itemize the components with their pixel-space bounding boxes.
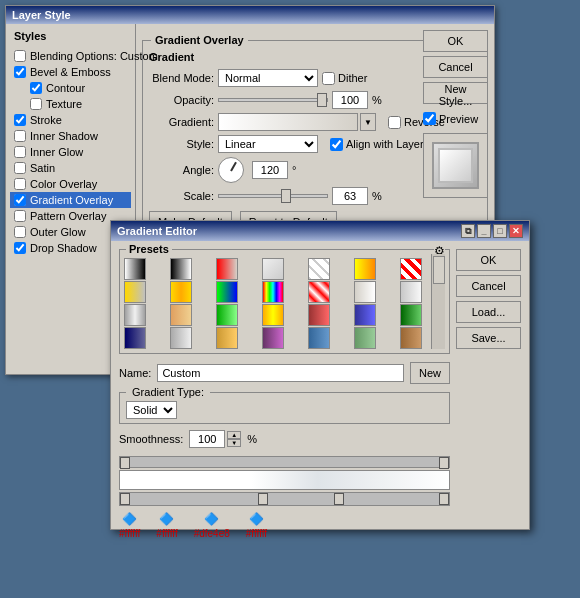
gradient-name-input[interactable] <box>157 364 404 382</box>
preset-25[interactable] <box>262 327 284 349</box>
sidebar-item-gradient-overlay[interactable]: Gradient Overlay <box>10 192 131 208</box>
outer-glow-checkbox[interactable] <box>14 226 26 238</box>
sidebar-item-stroke[interactable]: Stroke <box>10 112 131 128</box>
angle-dial[interactable] <box>218 157 244 183</box>
ge-save-button[interactable]: Save... <box>456 327 521 349</box>
reverse-checkbox[interactable] <box>388 116 401 129</box>
preset-8[interactable] <box>124 281 146 303</box>
preset-17[interactable] <box>216 304 238 326</box>
restore-icon[interactable]: ⧉ <box>461 224 475 238</box>
smoothness-down[interactable]: ▼ <box>227 439 241 447</box>
preset-11[interactable] <box>262 281 284 303</box>
presets-scroll-thumb[interactable] <box>433 256 445 284</box>
preset-4[interactable] <box>262 258 284 280</box>
preset-15[interactable] <box>124 304 146 326</box>
maximize-icon[interactable]: □ <box>493 224 507 238</box>
preset-21[interactable] <box>400 304 422 326</box>
color-stop-3[interactable] <box>334 493 344 505</box>
new-style-button[interactable]: New Style... <box>423 82 488 104</box>
blend-mode-select[interactable]: Normal <box>218 69 318 87</box>
sidebar-item-texture[interactable]: Texture <box>10 96 131 112</box>
dither-checkbox[interactable] <box>322 72 335 85</box>
sidebar-item-satin[interactable]: Satin <box>10 160 131 176</box>
bevel-checkbox[interactable] <box>14 66 26 78</box>
close-icon[interactable]: ✕ <box>509 224 523 238</box>
preset-13[interactable] <box>354 281 376 303</box>
cancel-button[interactable]: Cancel <box>423 56 488 78</box>
preset-24[interactable] <box>216 327 238 349</box>
preset-22[interactable] <box>124 327 146 349</box>
preview-checkbox[interactable] <box>423 112 436 125</box>
ok-button[interactable]: OK <box>423 30 488 52</box>
presets-scrollbar[interactable] <box>431 254 445 349</box>
satin-checkbox[interactable] <box>14 162 26 174</box>
preset-6[interactable] <box>354 258 376 280</box>
sidebar-item-inner-shadow[interactable]: Inner Shadow <box>10 128 131 144</box>
new-gradient-button[interactable]: New <box>410 362 450 384</box>
style-select[interactable]: Linear <box>218 135 318 153</box>
drop-shadow-checkbox[interactable] <box>14 242 26 254</box>
color-swatch-2[interactable]: 🔷 #ffffff <box>156 512 177 539</box>
preview-toggle[interactable]: Preview <box>423 112 488 125</box>
inner-glow-checkbox[interactable] <box>14 146 26 158</box>
inner-shadow-checkbox[interactable] <box>14 130 26 142</box>
color-stops-track[interactable] <box>119 492 450 506</box>
sidebar-item-blending[interactable]: Blending Options: Custom <box>10 48 131 64</box>
preset-18[interactable] <box>262 304 284 326</box>
preset-16[interactable] <box>170 304 192 326</box>
preset-12[interactable] <box>308 281 330 303</box>
minimize-icon[interactable]: _ <box>477 224 491 238</box>
preset-20[interactable] <box>354 304 376 326</box>
color-swatch-1[interactable]: 🔷 #ffffff <box>119 512 140 539</box>
sidebar-item-inner-glow[interactable]: Inner Glow <box>10 144 131 160</box>
sidebar-item-bevel[interactable]: Bevel & Emboss <box>10 64 131 80</box>
ge-load-button[interactable]: Load... <box>456 301 521 323</box>
color-overlay-checkbox[interactable] <box>14 178 26 190</box>
preset-1[interactable] <box>124 258 146 280</box>
preset-28[interactable] <box>400 327 422 349</box>
opacity-stop-right[interactable] <box>439 457 449 469</box>
gradient-dropdown-arrow[interactable]: ▼ <box>360 113 376 131</box>
gradient-preview[interactable] <box>218 113 358 131</box>
pattern-overlay-checkbox[interactable] <box>14 210 26 222</box>
color-stop-1[interactable] <box>120 493 130 505</box>
preset-9[interactable] <box>170 281 192 303</box>
opacity-stops-track[interactable] <box>119 456 450 468</box>
ge-ok-button[interactable]: OK <box>456 249 521 271</box>
stroke-checkbox[interactable] <box>14 114 26 126</box>
gradient-type-select[interactable]: Solid <box>126 401 177 419</box>
opacity-stop-left[interactable] <box>120 457 130 469</box>
ge-cancel-button[interactable]: Cancel <box>456 275 521 297</box>
preset-27[interactable] <box>354 327 376 349</box>
blending-checkbox[interactable] <box>14 50 26 62</box>
sidebar-item-contour[interactable]: Contour <box>10 80 131 96</box>
color-stop-4[interactable] <box>439 493 449 505</box>
preset-10[interactable] <box>216 281 238 303</box>
contour-checkbox[interactable] <box>30 82 42 94</box>
texture-checkbox[interactable] <box>30 98 42 110</box>
gradient-color-bar[interactable] <box>119 470 450 490</box>
opacity-input[interactable] <box>332 91 368 109</box>
preset-26[interactable] <box>308 327 330 349</box>
align-layer-checkbox[interactable] <box>330 138 343 151</box>
smoothness-input[interactable] <box>189 430 225 448</box>
sidebar-item-color-overlay[interactable]: Color Overlay <box>10 176 131 192</box>
smoothness-up[interactable]: ▲ <box>227 431 241 439</box>
color-swatch-4[interactable]: 🔷 #ffffff <box>246 512 267 539</box>
preset-23[interactable] <box>170 327 192 349</box>
preset-7[interactable] <box>400 258 422 280</box>
dither-label[interactable]: Dither <box>322 72 367 85</box>
color-swatch-3[interactable]: 🔷 #dfe4e8 <box>194 512 230 539</box>
opacity-slider[interactable] <box>218 98 328 102</box>
gradient-selector[interactable]: ▼ <box>218 113 376 131</box>
preset-2[interactable] <box>170 258 192 280</box>
preset-19[interactable] <box>308 304 330 326</box>
preset-5[interactable] <box>308 258 330 280</box>
gradient-overlay-checkbox[interactable] <box>14 194 26 206</box>
scale-input[interactable] <box>332 187 368 205</box>
align-layer-label[interactable]: Align with Layer <box>330 138 424 151</box>
preset-3[interactable] <box>216 258 238 280</box>
preset-14[interactable] <box>400 281 422 303</box>
angle-input[interactable] <box>252 161 288 179</box>
scale-slider[interactable] <box>218 194 328 198</box>
